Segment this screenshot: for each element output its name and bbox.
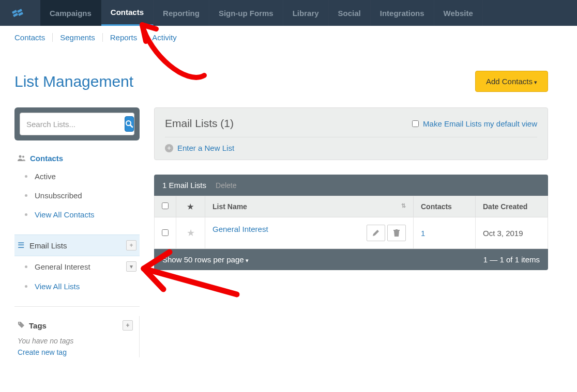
list-dropdown-button[interactable]: ▾ bbox=[126, 261, 136, 272]
sidebar-email-lists-section: ☰ Email Lists + General Interest ▾ View … bbox=[14, 234, 140, 296]
search-input[interactable] bbox=[26, 120, 125, 129]
svg-point-7 bbox=[22, 156, 24, 158]
nav-social[interactable]: Social bbox=[329, 0, 371, 26]
sidebar-email-lists-head[interactable]: ☰ Email Lists + bbox=[14, 234, 140, 256]
sub-nav: Contacts Segments Reports Activity bbox=[0, 26, 577, 45]
table-footer: Show 50 rows per page 1 — 1 of 1 items bbox=[154, 249, 548, 270]
nav-library[interactable]: Library bbox=[283, 0, 329, 26]
enter-new-list-label: Enter a New List bbox=[177, 144, 234, 152]
top-nav: Campaigns Contacts Reporting Sign-up For… bbox=[0, 0, 577, 26]
nav-website[interactable]: Website bbox=[434, 0, 483, 26]
svg-point-8 bbox=[19, 322, 20, 323]
list-icon: ☰ bbox=[18, 241, 24, 250]
subnav-activity[interactable]: Activity bbox=[145, 33, 184, 42]
search-icon bbox=[125, 120, 133, 128]
rows-per-page-dropdown[interactable]: Show 50 rows per page bbox=[162, 255, 249, 264]
sidebar-contacts-label: Contacts bbox=[30, 154, 63, 163]
sidebar-item-label: View All Contacts bbox=[35, 210, 95, 219]
col-checkbox bbox=[155, 196, 176, 217]
sidebar-item-active[interactable]: Active bbox=[14, 167, 140, 186]
sidebar-item-unsubscribed[interactable]: Unsubscribed bbox=[14, 186, 140, 205]
page-title: List Management bbox=[14, 73, 133, 90]
svg-line-5 bbox=[130, 125, 132, 127]
logo[interactable] bbox=[0, 0, 40, 26]
sidebar-contacts-head[interactable]: Contacts bbox=[14, 150, 140, 167]
row-list-name-cell: General Interest bbox=[205, 217, 414, 249]
col-star[interactable]: ★ bbox=[176, 196, 205, 217]
nav-contacts[interactable]: Contacts bbox=[101, 0, 154, 26]
col-contacts[interactable]: Contacts bbox=[414, 196, 476, 217]
enter-new-list-link[interactable]: + Enter a New List bbox=[165, 144, 537, 152]
sidebar-divider bbox=[14, 306, 140, 307]
row-star[interactable]: ★ bbox=[176, 217, 205, 249]
subnav-reports[interactable]: Reports bbox=[103, 33, 145, 42]
sidebar-item-label: General Interest bbox=[35, 262, 90, 271]
tags-empty-message: You have no tags bbox=[14, 335, 136, 347]
sidebar-tags-label: Tags bbox=[29, 321, 47, 330]
main-content: Email Lists (1) Make Email Lists my defa… bbox=[154, 107, 548, 270]
table-toolbar: 1 Email Lists Delete bbox=[154, 175, 548, 196]
nav-reporting[interactable]: Reporting bbox=[154, 0, 209, 26]
sidebar: Contacts Active Unsubscribed View All Co… bbox=[14, 107, 140, 368]
panel-title: Email Lists (1) bbox=[165, 117, 234, 130]
page-header: List Management Add Contacts bbox=[0, 45, 577, 107]
sidebar-tags-section: Tags + You have no tags Create new tag bbox=[14, 316, 140, 357]
lists-panel: Email Lists (1) Make Email Lists my defa… bbox=[154, 107, 548, 160]
default-view-label: Make Email Lists my default view bbox=[423, 119, 537, 128]
svg-point-6 bbox=[19, 155, 22, 158]
create-tag-link[interactable]: Create new tag bbox=[14, 347, 136, 357]
sidebar-email-lists-label: Email Lists bbox=[29, 241, 67, 250]
subnav-segments[interactable]: Segments bbox=[53, 33, 103, 42]
nav-integrations[interactable]: Integrations bbox=[371, 0, 434, 26]
contacts-count-link[interactable]: 1 bbox=[421, 229, 425, 238]
plus-circle-icon: + bbox=[165, 144, 173, 152]
delete-button[interactable]: Delete bbox=[216, 181, 236, 190]
select-all-checkbox[interactable] bbox=[162, 202, 169, 209]
subnav-contacts[interactable]: Contacts bbox=[14, 33, 53, 42]
sidebar-item-label: Unsubscribed bbox=[35, 191, 82, 200]
sidebar-tags-head: Tags + bbox=[14, 316, 136, 335]
logo-icon bbox=[12, 8, 28, 18]
sidebar-contacts-section: Contacts Active Unsubscribed View All Co… bbox=[14, 150, 140, 224]
add-contacts-button[interactable]: Add Contacts bbox=[475, 71, 548, 92]
search-container bbox=[14, 107, 140, 140]
default-view-toggle[interactable]: Make Email Lists my default view bbox=[412, 119, 537, 128]
sidebar-item-general-interest[interactable]: General Interest ▾ bbox=[14, 256, 140, 277]
row-checkbox[interactable] bbox=[162, 229, 169, 236]
col-list-name[interactable]: List Name bbox=[205, 196, 414, 217]
list-name-link[interactable]: General Interest bbox=[212, 225, 268, 233]
tag-icon bbox=[18, 321, 25, 330]
edit-button[interactable] bbox=[367, 225, 385, 241]
col-date-created[interactable]: Date Created bbox=[476, 196, 548, 217]
add-tag-button[interactable]: + bbox=[123, 320, 133, 331]
sidebar-item-label: View All Lists bbox=[35, 282, 80, 291]
table-row: ★ General Interest bbox=[155, 217, 548, 249]
nav-campaigns[interactable]: Campaigns bbox=[40, 0, 101, 26]
pagination-info: 1 — 1 of 1 items bbox=[483, 255, 540, 264]
delete-row-button[interactable] bbox=[387, 225, 406, 241]
pencil-icon bbox=[372, 229, 379, 237]
sidebar-item-label: Active bbox=[35, 172, 56, 181]
add-list-button[interactable]: + bbox=[126, 240, 136, 250]
sidebar-item-view-all-lists[interactable]: View All Lists bbox=[14, 277, 140, 296]
people-icon bbox=[18, 154, 26, 163]
date-created-cell: Oct 3, 2019 bbox=[476, 217, 548, 249]
list-count: 1 Email Lists bbox=[162, 181, 206, 190]
default-view-checkbox[interactable] bbox=[412, 120, 419, 127]
nav-signup-forms[interactable]: Sign-up Forms bbox=[209, 0, 283, 26]
lists-table: 1 Email Lists Delete ★ List Name Contact… bbox=[154, 175, 548, 270]
trash-icon bbox=[393, 229, 400, 237]
search-button[interactable] bbox=[125, 116, 134, 132]
sidebar-item-view-all-contacts[interactable]: View All Contacts bbox=[14, 205, 140, 224]
